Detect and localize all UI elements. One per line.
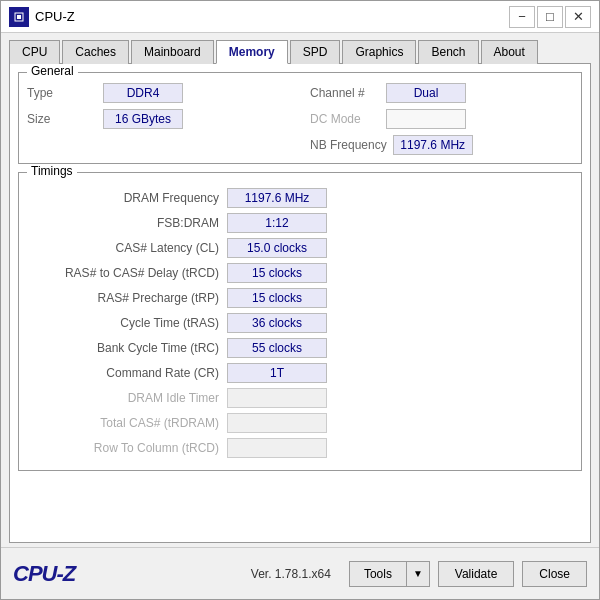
content-area: General Type DDR4 Size 16 GBytes	[9, 63, 591, 543]
trp-value: 15 clocks	[227, 288, 327, 308]
channel-value: Dual	[386, 83, 466, 103]
tools-button-group: Tools ▼	[349, 561, 430, 587]
size-label: Size	[27, 112, 97, 126]
timings-table: DRAM Frequency 1197.6 MHz FSB:DRAM 1:12 …	[27, 187, 573, 459]
size-value: 16 GBytes	[103, 109, 183, 129]
title-bar-controls: − □ ✕	[509, 6, 591, 28]
timing-row-tras: Cycle Time (tRAS) 36 clocks	[27, 312, 573, 334]
general-group-title: General	[27, 64, 78, 78]
timing-row-dram-freq: DRAM Frequency 1197.6 MHz	[27, 187, 573, 209]
idle-label: DRAM Idle Timer	[27, 391, 227, 405]
restore-button[interactable]: □	[537, 6, 563, 28]
total-cas-value	[227, 413, 327, 433]
dc-mode-value	[386, 109, 466, 129]
svg-rect-2	[17, 15, 21, 19]
brand-text: CPU-Z	[13, 561, 243, 587]
tab-memory[interactable]: Memory	[216, 40, 288, 64]
minimize-button[interactable]: −	[509, 6, 535, 28]
tools-button[interactable]: Tools	[349, 561, 406, 587]
timing-row-fsb: FSB:DRAM 1:12	[27, 212, 573, 234]
tools-dropdown-arrow[interactable]: ▼	[406, 561, 430, 587]
timing-row-trp: RAS# Precharge (tRP) 15 clocks	[27, 287, 573, 309]
cr-label: Command Rate (CR)	[27, 366, 227, 380]
timings-group: Timings DRAM Frequency 1197.6 MHz FSB:DR…	[18, 172, 582, 471]
timing-row-trcd: RAS# to CAS# Delay (tRCD) 15 clocks	[27, 262, 573, 284]
timing-row-idle: DRAM Idle Timer	[27, 387, 573, 409]
timing-row-trc: Bank Cycle Time (tRC) 55 clocks	[27, 337, 573, 359]
fsb-label: FSB:DRAM	[27, 216, 227, 230]
dc-mode-row: DC Mode	[310, 109, 573, 129]
trcd-value: 15 clocks	[227, 263, 327, 283]
general-right: Channel # Dual DC Mode NB Frequency 1197…	[310, 83, 573, 155]
main-window: CPU-Z − □ ✕ CPU Caches Mainboard Memory …	[0, 0, 600, 600]
tab-cpu[interactable]: CPU	[9, 40, 60, 64]
type-value: DDR4	[103, 83, 183, 103]
size-row: Size 16 GBytes	[27, 109, 290, 129]
close-button[interactable]: Close	[522, 561, 587, 587]
general-left: Type DDR4 Size 16 GBytes	[27, 83, 290, 155]
tab-bench[interactable]: Bench	[418, 40, 478, 64]
timing-row-row-to-col: Row To Column (tRCD)	[27, 437, 573, 459]
timing-row-total-cas: Total CAS# (tRDRAM)	[27, 412, 573, 434]
tras-value: 36 clocks	[227, 313, 327, 333]
bottom-bar: CPU-Z Ver. 1.78.1.x64 Tools ▼ Validate C…	[1, 547, 599, 599]
timing-row-cr: Command Rate (CR) 1T	[27, 362, 573, 384]
trc-value: 55 clocks	[227, 338, 327, 358]
total-cas-label: Total CAS# (tRDRAM)	[27, 416, 227, 430]
trp-label: RAS# Precharge (tRP)	[27, 291, 227, 305]
trcd-label: RAS# to CAS# Delay (tRCD)	[27, 266, 227, 280]
nb-freq-value: 1197.6 MHz	[393, 135, 473, 155]
general-grid: Type DDR4 Size 16 GBytes Channel # Dual	[27, 83, 573, 155]
channel-label: Channel #	[310, 86, 380, 100]
trc-label: Bank Cycle Time (tRC)	[27, 341, 227, 355]
type-label: Type	[27, 86, 97, 100]
cl-value: 15.0 clocks	[227, 238, 327, 258]
idle-value	[227, 388, 327, 408]
tab-mainboard[interactable]: Mainboard	[131, 40, 214, 64]
dram-freq-label: DRAM Frequency	[27, 191, 227, 205]
nb-freq-label: NB Frequency	[310, 138, 387, 152]
timings-group-title: Timings	[27, 164, 77, 178]
title-bar: CPU-Z − □ ✕	[1, 1, 599, 33]
channel-row: Channel # Dual	[310, 83, 573, 103]
general-group: General Type DDR4 Size 16 GBytes	[18, 72, 582, 164]
row-to-col-label: Row To Column (tRCD)	[27, 441, 227, 455]
tab-graphics[interactable]: Graphics	[342, 40, 416, 64]
tab-spd[interactable]: SPD	[290, 40, 341, 64]
nb-freq-row: NB Frequency 1197.6 MHz	[310, 135, 573, 155]
version-text: Ver. 1.78.1.x64	[251, 567, 331, 581]
cl-label: CAS# Latency (CL)	[27, 241, 227, 255]
close-window-button[interactable]: ✕	[565, 6, 591, 28]
timing-row-cl: CAS# Latency (CL) 15.0 clocks	[27, 237, 573, 259]
app-icon	[9, 7, 29, 27]
tras-label: Cycle Time (tRAS)	[27, 316, 227, 330]
dc-mode-label: DC Mode	[310, 112, 380, 126]
tab-bar: CPU Caches Mainboard Memory SPD Graphics…	[1, 33, 599, 63]
dram-freq-value: 1197.6 MHz	[227, 188, 327, 208]
type-row: Type DDR4	[27, 83, 290, 103]
fsb-value: 1:12	[227, 213, 327, 233]
title-bar-text: CPU-Z	[35, 9, 509, 24]
cr-value: 1T	[227, 363, 327, 383]
tab-caches[interactable]: Caches	[62, 40, 129, 64]
validate-button[interactable]: Validate	[438, 561, 514, 587]
tab-about[interactable]: About	[481, 40, 538, 64]
row-to-col-value	[227, 438, 327, 458]
